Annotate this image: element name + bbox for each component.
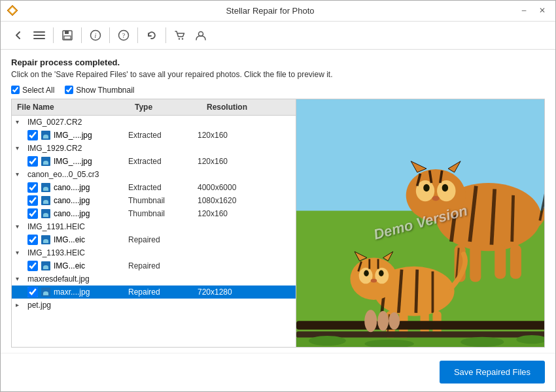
image-icon bbox=[41, 195, 51, 206]
svg-point-48 bbox=[379, 270, 384, 276]
menu-button[interactable] bbox=[29, 27, 49, 44]
select-all-checkbox-label[interactable]: Select All bbox=[11, 86, 54, 95]
sep2 bbox=[81, 27, 82, 43]
svg-rect-2 bbox=[33, 31, 45, 33]
title-bar: Stellar Repair for Photo – ✕ bbox=[1, 1, 555, 22]
file-name: IMG...eic bbox=[54, 261, 126, 270]
chevron-down-icon: ▾ bbox=[16, 118, 25, 125]
minimize-button[interactable]: – bbox=[516, 3, 532, 18]
svg-text:?: ? bbox=[122, 32, 126, 39]
preview-pane: Demo Version bbox=[296, 99, 544, 347]
svg-point-47 bbox=[364, 270, 369, 276]
sep4 bbox=[137, 27, 138, 43]
file-res: 1080x1620 bbox=[198, 196, 292, 205]
main-panel: File Name Type Resolution ▾ IMG_0027.CR2… bbox=[11, 99, 545, 348]
select-all-checkbox[interactable] bbox=[11, 86, 20, 94]
svg-line-21 bbox=[512, 195, 513, 242]
close-button[interactable]: ✕ bbox=[534, 3, 550, 18]
file-checkbox[interactable] bbox=[27, 287, 38, 297]
info-button[interactable]: i bbox=[86, 27, 105, 44]
file-checkbox[interactable] bbox=[27, 156, 38, 167]
svg-point-23 bbox=[406, 169, 466, 221]
file-checkbox[interactable] bbox=[27, 182, 38, 193]
help-button[interactable]: ? bbox=[114, 27, 133, 44]
svg-point-26 bbox=[423, 184, 429, 191]
group-img1929[interactable]: ▾ IMG_1929.CR2 bbox=[12, 142, 296, 155]
file-checkbox[interactable] bbox=[27, 261, 38, 271]
svg-rect-37 bbox=[495, 245, 506, 279]
image-icon bbox=[41, 235, 51, 245]
svg-point-13 bbox=[182, 38, 183, 39]
file-res: 4000x6000 bbox=[198, 183, 292, 192]
content-area: Repair process completed. Click on the '… bbox=[1, 50, 555, 353]
file-checkbox[interactable] bbox=[27, 208, 38, 219]
group-img0027[interactable]: ▾ IMG_0027.CR2 bbox=[12, 116, 296, 129]
back-button[interactable] bbox=[9, 27, 28, 44]
show-thumbnail-checkbox[interactable] bbox=[65, 86, 73, 94]
col-header-type: Type bbox=[130, 99, 201, 115]
show-thumbnail-checkbox-label[interactable]: Show Thumbnail bbox=[65, 86, 134, 95]
svg-point-66 bbox=[309, 336, 346, 346]
window-controls: – ✕ bbox=[516, 3, 550, 18]
svg-rect-6 bbox=[65, 31, 69, 34]
file-type: Repaired bbox=[126, 261, 198, 270]
file-checkbox[interactable] bbox=[27, 195, 38, 206]
file-name: IMG_....jpg bbox=[54, 157, 126, 166]
svg-rect-36 bbox=[470, 245, 481, 282]
status-subtitle: Click on the 'Save Repaired Files' to sa… bbox=[11, 70, 545, 79]
chevron-down-icon: ▾ bbox=[16, 171, 25, 178]
image-icon bbox=[41, 208, 51, 219]
cart-button[interactable] bbox=[170, 27, 190, 44]
svg-point-28 bbox=[432, 196, 440, 201]
list-item[interactable]: IMG_....jpg Extracted 120x160 bbox=[12, 155, 296, 168]
group-name: IMG_1193.HEIC bbox=[27, 248, 85, 257]
svg-text:i: i bbox=[95, 32, 97, 39]
select-all-label: Select All bbox=[22, 86, 54, 95]
sep5 bbox=[165, 27, 166, 43]
list-item[interactable]: cano....jpg Thumbnail 120x160 bbox=[12, 207, 296, 220]
group-maxres[interactable]: ▾ maxresdefault.jpg bbox=[12, 272, 296, 286]
file-type: Extracted bbox=[126, 157, 198, 166]
svg-point-62 bbox=[364, 310, 377, 332]
chevron-down-icon: ▾ bbox=[16, 144, 25, 152]
svg-point-63 bbox=[377, 311, 389, 331]
toolbar: i ? bbox=[1, 22, 555, 50]
group-img1191[interactable]: ▾ IMG_1191.HEIC bbox=[12, 220, 296, 233]
image-icon bbox=[41, 287, 51, 297]
show-thumbnail-label: Show Thumbnail bbox=[76, 86, 134, 95]
save-file-button[interactable] bbox=[58, 27, 77, 44]
col-header-res: Resolution bbox=[201, 99, 296, 115]
file-type: Repaired bbox=[126, 287, 198, 297]
undo-button[interactable] bbox=[142, 27, 162, 44]
file-list-header: File Name Type Resolution bbox=[12, 99, 296, 116]
file-name: IMG_....jpg bbox=[54, 131, 126, 140]
file-name: maxr....jpg bbox=[54, 287, 126, 297]
list-item[interactable]: IMG...eic Repaired bbox=[12, 259, 296, 272]
group-pet[interactable]: ▸ pet.jpg bbox=[12, 299, 296, 312]
group-name: maxresdefault.jpg bbox=[27, 274, 90, 284]
list-item[interactable]: IMG...eic Repaired bbox=[12, 233, 296, 246]
svg-rect-38 bbox=[510, 245, 521, 279]
file-res: 720x1280 bbox=[198, 287, 292, 297]
svg-rect-4 bbox=[33, 38, 45, 39]
file-res: 120x160 bbox=[198, 131, 292, 140]
image-icon bbox=[41, 156, 51, 167]
profile-button[interactable] bbox=[191, 27, 211, 44]
col-header-name: File Name bbox=[12, 99, 130, 115]
list-item[interactable]: cano....jpg Extracted 4000x6000 bbox=[12, 181, 296, 194]
svg-rect-60 bbox=[296, 321, 544, 329]
group-name: pet.jpg bbox=[27, 301, 51, 310]
group-img1193[interactable]: ▾ IMG_1193.HEIC bbox=[12, 246, 296, 259]
svg-point-64 bbox=[389, 312, 400, 330]
app-icon bbox=[6, 4, 19, 17]
sep3 bbox=[109, 27, 110, 43]
list-item[interactable]: IMG_....jpg Extracted 120x160 bbox=[12, 129, 296, 142]
save-repaired-files-button[interactable]: Save Repaired Files bbox=[440, 361, 545, 384]
list-item-selected[interactable]: maxr....jpg Repaired 720x1280 bbox=[12, 286, 296, 299]
file-checkbox[interactable] bbox=[27, 235, 38, 245]
file-checkbox[interactable] bbox=[27, 130, 38, 140]
group-canon[interactable]: ▾ canon_eo...0_05.cr3 bbox=[12, 168, 296, 181]
group-name: IMG_0027.CR2 bbox=[27, 118, 82, 127]
list-item[interactable]: cano....jpg Thumbnail 1080x1620 bbox=[12, 194, 296, 207]
file-res: 120x160 bbox=[198, 157, 292, 166]
